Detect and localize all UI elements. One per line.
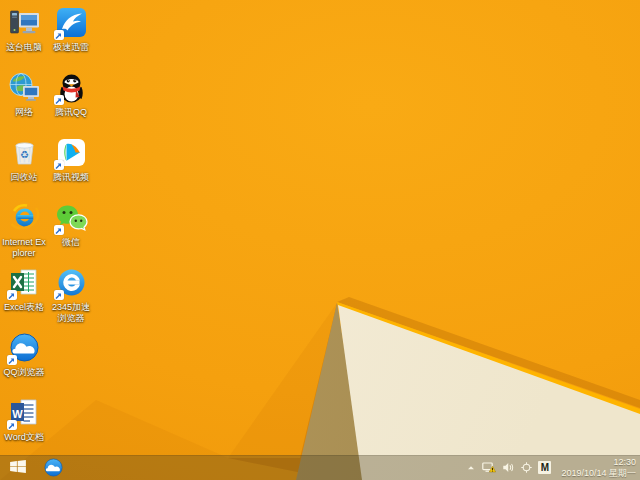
desktop-icon-word[interactable]: WWord文档	[1, 396, 47, 443]
desktop-icon-tencent-video[interactable]: 腾讯视频	[48, 136, 94, 183]
wechat-icon	[55, 201, 88, 234]
desktop-icon-excel[interactable]: Excel表格	[1, 266, 47, 313]
xunlei-icon	[55, 6, 88, 39]
taskbar-clock[interactable]: 12:30 2019/10/14 星期一	[557, 457, 636, 478]
desktop-icon-wechat[interactable]: 微信	[48, 201, 94, 248]
desktop-icon-browser-2345[interactable]: 2345加速浏览器	[48, 266, 94, 324]
shortcut-arrow-icon	[54, 95, 64, 105]
shortcut-arrow-icon	[7, 355, 17, 365]
taskbar: M 12:30 2019/10/14 星期一	[0, 455, 640, 480]
recycle-bin-icon: ♻	[8, 136, 41, 169]
internet-explorer-icon	[8, 201, 41, 234]
tray-safety-center-icon[interactable]	[521, 455, 532, 480]
desktop-icon-label: Internet Explorer	[1, 237, 47, 259]
desktop-icon-internet-explorer[interactable]: Internet Explorer	[1, 201, 47, 259]
desktop[interactable]: 这台电脑极速迅雷网络腾讯QQ♻回收站腾讯视频Internet Explorer微…	[0, 0, 640, 480]
system-tray: M 12:30 2019/10/14 星期一	[466, 455, 636, 480]
shortcut-arrow-icon	[7, 290, 17, 300]
shortcut-arrow-icon	[7, 420, 17, 430]
ime-indicator: M	[538, 461, 551, 474]
svg-text:♻: ♻	[20, 149, 29, 160]
desktop-icons: 这台电脑极速迅雷网络腾讯QQ♻回收站腾讯视频Internet Explorer微…	[0, 0, 640, 480]
start-button[interactable]	[0, 455, 36, 480]
desktop-icon-qq-browser[interactable]: QQ浏览器	[1, 331, 47, 378]
qq-browser-icon	[8, 331, 41, 364]
windows-logo-icon	[10, 459, 26, 477]
desktop-icon-label: 微信	[62, 237, 80, 248]
desktop-icon-label: 网络	[15, 107, 33, 118]
network-icon	[8, 71, 41, 104]
tray-hidden-icons-arrow-icon[interactable]	[466, 455, 476, 480]
desktop-icon-xunlei[interactable]: 极速迅雷	[48, 6, 94, 53]
clock-date: 2019/10/14 星期一	[561, 468, 636, 479]
desktop-icon-recycle-bin[interactable]: ♻回收站	[1, 136, 47, 183]
shortcut-arrow-icon	[54, 225, 64, 235]
shortcut-arrow-icon	[54, 30, 64, 40]
desktop-icon-network[interactable]: 网络	[1, 71, 47, 118]
shortcut-arrow-icon	[54, 160, 64, 170]
desktop-icon-qq[interactable]: 腾讯QQ	[48, 71, 94, 118]
desktop-icon-label: 回收站	[11, 172, 38, 183]
browser-2345-icon	[55, 266, 88, 299]
desktop-icon-label: 这台电脑	[6, 42, 42, 53]
tray-network-warning-icon[interactable]	[482, 455, 496, 480]
desktop-icon-this-pc[interactable]: 这台电脑	[1, 6, 47, 53]
excel-icon	[8, 266, 41, 299]
word-icon: W	[8, 396, 41, 429]
tray-volume-icon[interactable]	[502, 455, 515, 480]
this-pc-icon	[8, 6, 41, 39]
tray-ime-m-icon[interactable]: M	[538, 455, 551, 480]
taskbar-app-qq-browser[interactable]	[38, 455, 68, 480]
tencent-video-icon	[55, 136, 88, 169]
shortcut-arrow-icon	[54, 290, 64, 300]
qq-icon	[55, 71, 88, 104]
clock-time: 12:30	[613, 457, 636, 468]
